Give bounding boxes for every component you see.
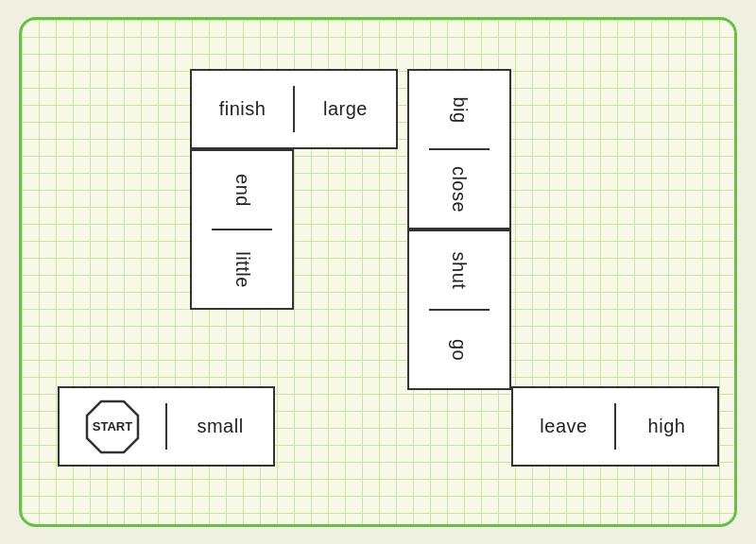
domino-half-left: leave <box>513 416 614 437</box>
word-big: big <box>448 96 470 123</box>
word-go: go <box>449 338 471 360</box>
domino-leave-high: leave high <box>511 386 719 467</box>
word-little: little <box>231 251 252 288</box>
word-shut: shut <box>449 251 471 289</box>
word-small: small <box>197 416 243 437</box>
word-close: close <box>448 165 470 212</box>
domino-end-little: end little <box>190 149 294 310</box>
domino-half-right: high <box>616 416 717 437</box>
start-half: START <box>60 388 165 465</box>
domino-half-left: finish <box>192 98 293 120</box>
domino-half-top: end <box>226 151 259 229</box>
start-label: START <box>93 419 132 434</box>
word-large: large <box>323 98 368 120</box>
word-leave: leave <box>540 416 587 437</box>
domino-half-right: large <box>295 98 396 120</box>
domino-half-bottom: close <box>436 150 482 228</box>
domino-half-top: big <box>446 71 472 148</box>
word-high: high <box>648 416 686 437</box>
word-end: end <box>232 174 253 207</box>
domino-half-top: shut <box>440 231 478 309</box>
domino-half-bottom: little <box>224 230 261 308</box>
start-octagon: START <box>85 400 140 454</box>
word-finish: finish <box>219 98 266 120</box>
domino-half-bottom: go <box>448 311 470 388</box>
domino-start-small: START small <box>58 386 275 467</box>
domino-big-close: big close <box>407 69 511 230</box>
domino-shut-go: shut go <box>407 230 511 390</box>
game-board: finish large end little START small <box>19 17 737 527</box>
domino-finish-large: finish large <box>190 69 398 149</box>
small-half: small <box>167 388 273 465</box>
